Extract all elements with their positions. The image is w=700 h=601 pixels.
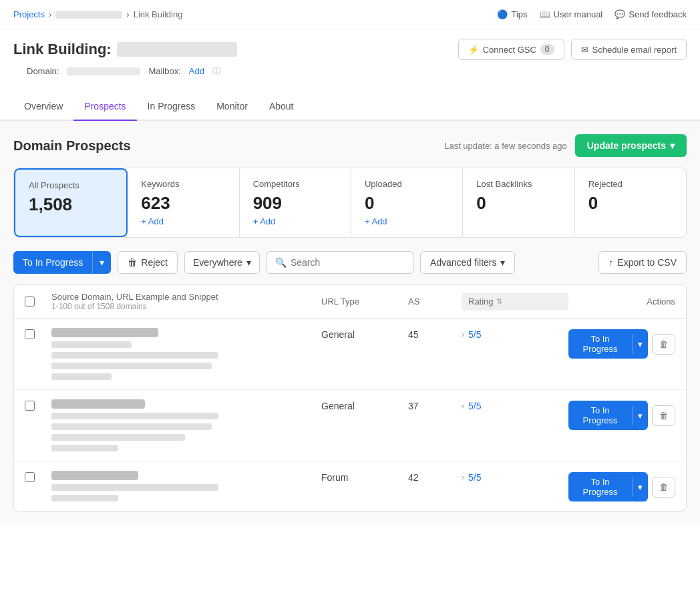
th-checkbox (25, 296, 51, 307)
row3-rating: › 5/5 (462, 471, 568, 483)
domain-value (67, 67, 140, 75)
rating-arrow1: › (462, 330, 464, 339)
to-in-progress-button[interactable]: To In Progress ▾ (13, 251, 111, 274)
search-input[interactable] (291, 257, 405, 268)
advanced-filters-button[interactable]: Advanced filters ▾ (420, 251, 516, 274)
row1-as: 45 (408, 328, 462, 340)
breadcrumb-projects[interactable]: Projects (13, 9, 45, 19)
reject-label: Reject (141, 257, 168, 268)
row2-line2 (51, 423, 212, 430)
connect-label: Connect GSC (483, 45, 536, 55)
row1-domain-main (51, 328, 158, 337)
stat-card-all[interactable]: All Prospects 1,508 (14, 168, 128, 237)
row1-line4 (51, 373, 112, 380)
row1-line3 (51, 363, 212, 369)
stat-card-rejected[interactable]: Rejected 0 (575, 168, 686, 237)
rating-arrow3: › (462, 473, 464, 482)
top-nav: Projects › › Link Building 🔵 Tips 📖 User… (0, 0, 700, 29)
domain-label: Domain: (27, 66, 59, 76)
row3-delete-button[interactable]: 🗑 (652, 477, 675, 497)
delete-icon2: 🗑 (659, 411, 668, 421)
table-row: General 37 › 5/5 To In Progress ▾ 🗑 (14, 390, 686, 461)
row2-action-arrow[interactable]: ▾ (632, 406, 648, 425)
row2-line1 (51, 413, 218, 419)
row3-action-arrow[interactable]: ▾ (632, 477, 648, 497)
schedule-email-button[interactable]: ✉ Schedule email report (571, 39, 687, 60)
user-manual-link[interactable]: 📖 User manual (540, 9, 603, 19)
stat-value-rejected: 0 (588, 193, 673, 214)
row3-select[interactable] (25, 472, 35, 482)
row2-delete-button[interactable]: 🗑 (652, 405, 675, 426)
connect-icon: ⚡ (468, 45, 479, 55)
row3-checkbox (25, 471, 51, 482)
row1-checkbox (25, 328, 51, 339)
prospects-meta: Last update: a few seconds ago Update pr… (444, 134, 687, 157)
top-nav-actions: 🔵 Tips 📖 User manual 💬 Send feedback (497, 9, 687, 19)
search-icon: 🔍 (275, 257, 287, 268)
row2-actions: To In Progress ▾ 🗑 (568, 399, 675, 430)
stat-value-lost-backlinks: 0 (476, 193, 560, 214)
breadcrumb-section: Link Building (134, 9, 183, 19)
keywords-add-link[interactable]: + Add (141, 216, 225, 226)
rating-label: Rating (468, 296, 494, 307)
domain-prospects-title: Domain Prospects (13, 138, 131, 154)
tips-link[interactable]: 🔵 Tips (497, 9, 527, 19)
export-icon: ↑ (608, 257, 613, 268)
stat-value-all: 1,508 (29, 194, 113, 215)
header-buttons: ⚡ Connect GSC 0 ✉ Schedule email report (458, 39, 687, 60)
row1-rating-value: 5/5 (468, 329, 481, 340)
row2-progress-button[interactable]: To In Progress ▾ (568, 401, 648, 430)
th-rating[interactable]: Rating ⇅ (462, 292, 568, 311)
row1-line2 (51, 352, 218, 359)
stat-card-uploaded[interactable]: Uploaded 0 + Add (351, 168, 463, 237)
last-update: Last update: a few seconds ago (444, 141, 567, 151)
toolbar-right: ↑ Export to CSV (598, 251, 687, 274)
connect-gsc-button[interactable]: ⚡ Connect GSC 0 (458, 39, 564, 60)
table-row: Forum 42 › 5/5 To In Progress ▾ 🗑 (14, 461, 686, 511)
tab-monitor[interactable]: Monitor (206, 93, 258, 121)
row2-line4 (51, 445, 118, 451)
tab-overview[interactable]: Overview (13, 93, 73, 121)
mailbox-add-link[interactable]: Add (189, 66, 204, 76)
info-icon[interactable]: ⓘ (212, 65, 220, 77)
row3-domain (51, 471, 321, 502)
row3-as: 42 (408, 471, 462, 483)
update-prospects-button[interactable]: Update prospects ▾ (575, 134, 687, 157)
tab-about[interactable]: About (258, 93, 305, 121)
select-all-checkbox[interactable] (25, 296, 35, 307)
tab-prospects[interactable]: Prospects (73, 93, 136, 121)
row3-progress-button[interactable]: To In Progress ▾ (568, 472, 648, 502)
row2-line3 (51, 434, 185, 441)
reject-button[interactable]: 🗑 Reject (118, 251, 178, 274)
tips-icon: 🔵 (497, 9, 508, 19)
stat-label-lost-backlinks: Lost Backlinks (476, 179, 560, 189)
stat-card-lost-backlinks[interactable]: Lost Backlinks 0 (463, 168, 574, 237)
send-feedback-link[interactable]: 💬 Send feedback (615, 9, 687, 19)
uploaded-add-link[interactable]: + Add (365, 216, 449, 226)
row2-select[interactable] (25, 401, 35, 411)
progress-dropdown-arrow[interactable]: ▾ (92, 251, 111, 274)
everywhere-dropdown[interactable]: Everywhere ▾ (184, 251, 260, 274)
th-source-label: Source Domain, URL Example and Snippet (51, 292, 218, 302)
row1-delete-button[interactable]: 🗑 (652, 334, 675, 355)
connect-badge: 0 (540, 44, 554, 55)
row1-progress-button[interactable]: To In Progress ▾ (568, 329, 648, 359)
tab-in-progress[interactable]: In Progress (137, 93, 206, 121)
row2-as: 37 (408, 399, 462, 411)
table-header: Source Domain, URL Example and Snippet 1… (14, 285, 686, 319)
row1-urltype: General (321, 328, 408, 340)
export-csv-button[interactable]: ↑ Export to CSV (598, 251, 687, 274)
title-prefix: Link Building: (13, 41, 112, 58)
tips-label: Tips (511, 9, 527, 19)
competitors-add-link[interactable]: + Add (253, 216, 337, 226)
row3-line1 (51, 484, 218, 491)
row1-action-label: To In Progress (568, 329, 632, 359)
row1-select[interactable] (25, 329, 35, 339)
user-manual-label: User manual (554, 9, 603, 19)
stat-card-competitors[interactable]: Competitors 909 + Add (240, 168, 351, 237)
chevron-down-icon: ▾ (670, 140, 675, 151)
th-urltype: URL Type (321, 296, 408, 307)
row1-action-arrow[interactable]: ▾ (632, 335, 648, 354)
row2-checkbox (25, 399, 51, 411)
stat-card-keywords[interactable]: Keywords 623 + Add (128, 168, 239, 237)
